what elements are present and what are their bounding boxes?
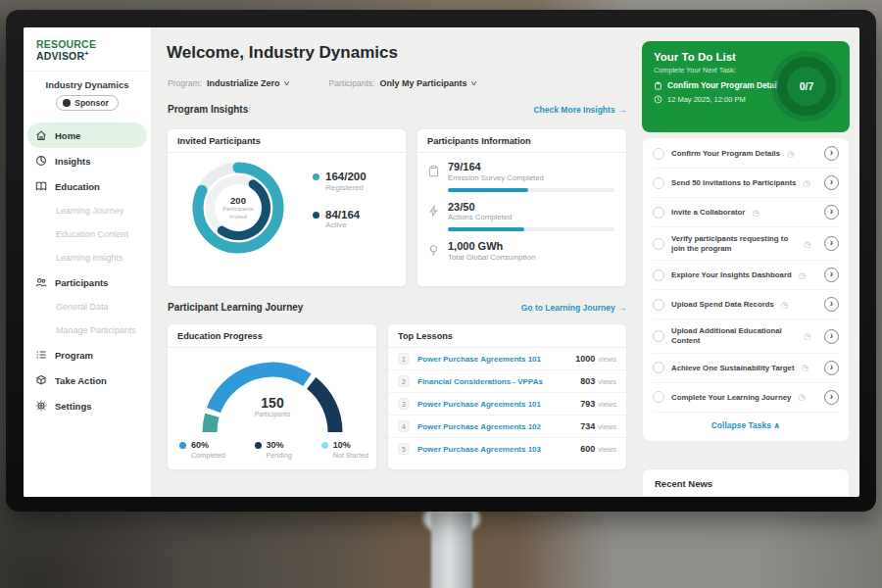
education-legend: 60% Completed 30% Pending 10% Not Star — [179, 440, 368, 460]
lesson-row: 1 Power Purchase Agreements 101 1000 vie… — [388, 348, 626, 370]
task-go-button[interactable]: › — [824, 361, 839, 375]
sponsor-label: Sponsor — [74, 98, 108, 108]
task-row-complete-learning-journey[interactable]: Complete Your Learning Journey ◷ › — [653, 383, 839, 413]
task-checkbox[interactable] — [653, 391, 664, 403]
legend-item-not-started: 10% Not Started — [321, 440, 368, 460]
sidebar-nav: Home Insights Education Learning Journey… — [24, 122, 151, 418]
education-icon — [35, 180, 47, 192]
collapse-tasks-link[interactable]: Collapse Tasks ∧ — [653, 413, 839, 439]
lesson-link[interactable]: Power Purchase Agreements 103 — [417, 445, 541, 454]
info-row-survey: 79/164 Emission Survey Completed — [417, 153, 626, 182]
legend-item-registered: 164/200 Registered — [313, 171, 367, 192]
learning-journey-header: Participant Learning Journey Go to Learn… — [168, 302, 627, 313]
task-go-button[interactable]: › — [824, 175, 839, 190]
sidebar-item-take-action[interactable]: Take Action — [24, 368, 151, 393]
sidebar-item-general-data[interactable]: General Data — [24, 295, 151, 318]
task-go-button[interactable]: › — [824, 390, 839, 405]
task-go-button[interactable]: › — [824, 329, 839, 344]
sidebar-item-manage-participants[interactable]: Manage Participants — [24, 318, 151, 342]
check-more-insights-link[interactable]: Check More Insights → — [533, 104, 627, 115]
org-name: Industry Dynamics — [24, 79, 151, 90]
task-row-verify-participants[interactable]: Verify participants requesting to join t… — [653, 227, 839, 261]
deadline-clock-icon: ◷ — [802, 363, 808, 372]
task-checkbox[interactable] — [653, 362, 664, 373]
home-icon — [35, 129, 47, 141]
lesson-row: 2 Financial Considerations - VPPAs 803 v… — [388, 370, 626, 393]
sidebar-item-label: Take Action — [55, 375, 107, 386]
page-title: Welcome, Industry Dynamics — [167, 43, 398, 63]
task-go-button[interactable]: › — [824, 268, 839, 282]
task-checkbox[interactable] — [653, 270, 664, 281]
education-gauge-chart: 150 Participants — [189, 348, 356, 441]
task-row-upload-spend-data[interactable]: Upload Spend Data Records ◷ › — [653, 290, 839, 319]
sidebar-item-learning-journey[interactable]: Learning Journey — [24, 199, 151, 222]
task-checkbox[interactable] — [653, 148, 664, 160]
participants-value: Only My Participants — [379, 78, 466, 88]
lesson-link[interactable]: Power Purchase Agreements 101 — [417, 355, 541, 364]
recent-news-card: Recent News — [642, 468, 850, 497]
participants-information-card: Participants Information 79/164 Emission… — [416, 128, 627, 287]
legend-dot — [313, 173, 319, 180]
task-go-button[interactable]: › — [824, 205, 839, 220]
sidebar-item-participants[interactable]: Participants — [24, 270, 151, 295]
donut-legend: 164/200 Registered 84/164 Active — [313, 171, 367, 229]
legend-item-completed: 60% Completed — [179, 440, 225, 460]
task-checkbox[interactable] — [653, 330, 664, 342]
sponsor-icon — [63, 99, 71, 107]
recent-news-title: Recent News — [643, 469, 849, 497]
survey-progress-track — [448, 188, 614, 192]
task-row-explore-insights[interactable]: Explore Your Insights Dashboard ◷ › — [653, 261, 839, 290]
legend-dot — [313, 212, 319, 219]
program-dropdown[interactable]: Program: Industrialize Zero ∨ — [168, 78, 290, 88]
card-title: Participants Information — [417, 129, 626, 153]
go-to-learning-journey-link[interactable]: Go to Learning Journey → — [521, 302, 627, 313]
lesson-rank: 5 — [398, 443, 410, 455]
task-row-achieve-sustainability-target[interactable]: Achieve One Sustainability Target ◷ › — [653, 354, 839, 383]
sidebar-divider — [24, 71, 151, 72]
deadline-clock-icon: ◷ — [787, 149, 794, 159]
task-row-confirm-program-details[interactable]: Confirm Your Program Details ◷ › — [653, 139, 839, 169]
todo-task-list: Confirm Your Program Details ◷ › Send 50… — [642, 137, 850, 442]
sidebar-item-education[interactable]: Education — [24, 173, 151, 199]
logo-plus: + — [84, 50, 88, 57]
sidebar-item-program[interactable]: Program — [24, 342, 151, 368]
sidebar-item-insights[interactable]: Insights — [24, 148, 151, 173]
card-title: Top Lessons — [388, 324, 626, 348]
task-go-button[interactable]: › — [824, 146, 839, 161]
info-row-consumption: 1,000 GWh Total Global Consumption — [417, 232, 626, 262]
insights-icon — [35, 155, 47, 167]
sidebar-item-label: Participants — [55, 277, 108, 288]
chevron-up-icon: ∧ — [773, 420, 780, 430]
info-row-actions: 23/50 Actions Completed — [417, 193, 626, 222]
task-row-invite-collaborator[interactable]: Invite a Collaborator ◷ › — [653, 198, 839, 227]
task-checkbox[interactable] — [653, 177, 664, 189]
deadline-clock-icon: ◷ — [804, 331, 810, 341]
task-go-button[interactable]: › — [824, 297, 839, 312]
lesson-rank: 1 — [398, 353, 410, 365]
sidebar-item-settings[interactable]: Settings — [24, 393, 151, 418]
program-insights-header: Program Insights Check More Insights → — [168, 104, 627, 115]
actions-progress-fill — [448, 227, 524, 231]
task-checkbox[interactable] — [653, 299, 664, 311]
task-row-upload-educational-content[interactable]: Upload Additional Educational Content ◷ … — [653, 319, 839, 353]
filters-row: Program: Industrialize Zero ∨ Participan… — [168, 78, 477, 88]
card-title: Education Progress — [168, 324, 376, 348]
lesson-link[interactable]: Power Purchase Agreements 102 — [417, 422, 541, 431]
lesson-link[interactable]: Power Purchase Agreements 101 — [417, 400, 541, 409]
clipboard-icon — [427, 164, 440, 181]
task-go-button[interactable]: › — [824, 236, 839, 251]
participants-dropdown[interactable]: Participants: Only My Participants ∨ — [329, 78, 477, 88]
program-icon — [35, 349, 47, 361]
actions-progress-track — [448, 227, 614, 231]
lesson-views: 600 — [580, 444, 595, 454]
task-row-send-invitations[interactable]: Send 50 Invitations to Participants ◷ › — [653, 169, 839, 198]
sidebar-item-learning-insights[interactable]: Learning Insights — [24, 246, 151, 270]
lesson-link[interactable]: Financial Considerations - VPPAs — [417, 377, 543, 386]
lesson-row: 5 Power Purchase Agreements 103 600 view… — [388, 438, 626, 460]
legend-item-pending: 30% Pending — [255, 440, 292, 460]
task-checkbox[interactable] — [653, 238, 664, 250]
sidebar-item-education-content[interactable]: Education Content — [24, 222, 151, 246]
task-checkbox[interactable] — [653, 207, 664, 219]
program-value: Industrialize Zero — [207, 78, 280, 88]
sidebar-item-home[interactable]: Home — [27, 122, 147, 148]
